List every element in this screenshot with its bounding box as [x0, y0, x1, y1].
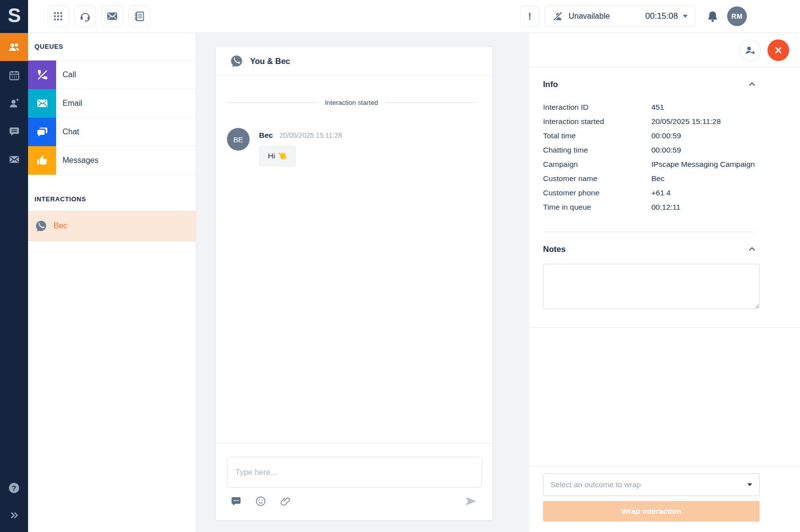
dialpad-button[interactable] — [47, 5, 69, 27]
queue-item-email[interactable]: Email — [28, 89, 195, 118]
email-queue-icon-box — [28, 89, 56, 118]
outcome-select[interactable]: Select an outcome to wrap — [543, 473, 760, 496]
canned-responses-button[interactable] — [230, 496, 242, 507]
info-label: Chatting time — [543, 143, 651, 157]
detail-actions — [529, 33, 800, 67]
svg-text:?: ? — [12, 484, 16, 492]
avatar-initials: RM — [732, 12, 743, 20]
info-value: 00:00:59 — [651, 128, 681, 143]
expand-rail-button[interactable] — [8, 509, 20, 521]
brand-logo-icon: S — [4, 5, 24, 28]
person-star-icon — [8, 97, 20, 109]
info-value: 451 — [651, 100, 664, 114]
double-chevron-right-icon — [8, 509, 20, 521]
info-value: IPscape Messaging Campaign — [651, 157, 755, 171]
info-label: Interaction ID — [543, 100, 651, 114]
agent-status-selector[interactable]: Unavailable 00:15:08 — [544, 5, 695, 27]
help-button[interactable]: ? — [7, 481, 21, 495]
message-sender: Bec — [259, 131, 273, 140]
interaction-label: Bec — [54, 221, 67, 230]
queue-item-call[interactable]: Call — [28, 61, 195, 89]
emoji-button[interactable] — [255, 496, 266, 507]
agent-unavailable-icon — [552, 10, 564, 22]
nav-item-contacts[interactable] — [0, 89, 28, 117]
queues-title: QUEUES — [34, 43, 64, 50]
message-content: Bec 20/05/2025 15:11:28 Hi — [259, 128, 342, 166]
info-row: Time in queue 00:12:11 — [543, 200, 757, 214]
info-value: 20/05/2025 15:11:28 — [651, 114, 721, 128]
outcome-select-placeholder: Select an outcome to wrap — [550, 480, 641, 489]
envelope-icon — [36, 97, 49, 110]
help-icon: ? — [7, 481, 21, 495]
envelope-icon — [106, 10, 118, 22]
notifications-button[interactable] — [706, 10, 719, 23]
queue-item-chat[interactable]: Chat — [28, 118, 195, 146]
thumbs-up-icon — [36, 154, 49, 167]
calendar-icon — [8, 69, 20, 81]
smiley-icon — [255, 496, 266, 507]
chat-composer — [216, 443, 492, 520]
nav-item-chat[interactable] — [0, 117, 28, 145]
message-avatar-initials: BE — [233, 135, 243, 144]
queue-label: Call — [63, 70, 76, 79]
queue-item-messages[interactable]: Messages — [28, 146, 195, 175]
chat-message-area: Interaction started BE Bec 20/05/2025 15… — [216, 76, 492, 472]
collapse-info-button[interactable] — [747, 80, 757, 89]
queues-panel: QUEUES Call Email Chat — [28, 33, 196, 532]
info-title: Info — [543, 80, 558, 89]
notes-section-header: Notes — [543, 232, 757, 254]
rail-bottom: ? — [0, 481, 28, 532]
message-meta: Bec 20/05/2025 15:11:28 — [259, 131, 342, 140]
chevron-up-icon — [747, 80, 757, 89]
queue-label: Chat — [63, 127, 79, 136]
composer-toolbar — [230, 495, 478, 508]
info-row: Total time 00:00:59 — [543, 128, 757, 143]
notes-title: Notes — [543, 245, 566, 254]
info-row: Interaction started 20/05/2025 15:11:28 — [543, 114, 757, 128]
call-queue-icon-box — [28, 61, 56, 89]
left-nav-rail: ? — [0, 33, 28, 532]
collapse-notes-button[interactable] — [747, 245, 757, 254]
message-input[interactable] — [227, 457, 482, 488]
close-interaction-button[interactable] — [768, 39, 789, 61]
topbar-right: ! Unavailable 00:15:08 RM — [520, 5, 747, 27]
chevron-up-icon — [747, 245, 757, 254]
status-timer: 00:15:08 — [645, 11, 678, 21]
info-row: Customer phone +61 4 — [543, 186, 757, 200]
chat-title: You & Bec — [250, 57, 290, 66]
email-button[interactable] — [101, 5, 123, 27]
user-avatar[interactable]: RM — [727, 6, 747, 26]
whatsapp-icon — [34, 219, 48, 233]
wrap-interaction-button[interactable]: Wrap interaction — [543, 501, 760, 522]
send-message-button[interactable] — [464, 495, 478, 508]
section-divider — [529, 327, 800, 328]
messages-queue-icon-box — [28, 146, 56, 175]
headset-button[interactable] — [74, 5, 96, 27]
chat-header: You & Bec — [216, 47, 492, 76]
transfer-person-icon — [744, 44, 756, 56]
whatsapp-icon — [229, 54, 244, 68]
toolbar — [47, 5, 150, 27]
info-value: Bec — [651, 171, 665, 186]
nav-item-agent-workspace[interactable] — [0, 33, 28, 61]
info-label: Interaction started — [543, 114, 651, 128]
chat-queue-icon-box — [28, 118, 56, 146]
chevron-down-icon — [747, 483, 752, 486]
interaction-item-bec[interactable]: Bec — [28, 211, 195, 241]
info-section: Info Interaction ID 451 Interaction star… — [529, 67, 800, 232]
log-button[interactable] — [128, 5, 150, 27]
paperclip-icon — [280, 496, 291, 507]
notes-textarea[interactable] — [543, 264, 760, 309]
message-avatar: BE — [227, 128, 250, 151]
nav-item-schedule[interactable] — [0, 61, 28, 89]
alert-button[interactable]: ! — [520, 6, 540, 27]
transfer-button[interactable] — [739, 39, 761, 61]
chat-lines-icon — [8, 125, 20, 137]
canned-response-icon — [230, 496, 242, 507]
alert-label: ! — [528, 10, 532, 22]
divider-line — [226, 102, 318, 103]
system-event-divider: Interaction started — [226, 99, 477, 106]
nav-item-email[interactable] — [0, 145, 28, 173]
attach-file-button[interactable] — [280, 496, 291, 507]
svg-text:S: S — [7, 5, 21, 26]
